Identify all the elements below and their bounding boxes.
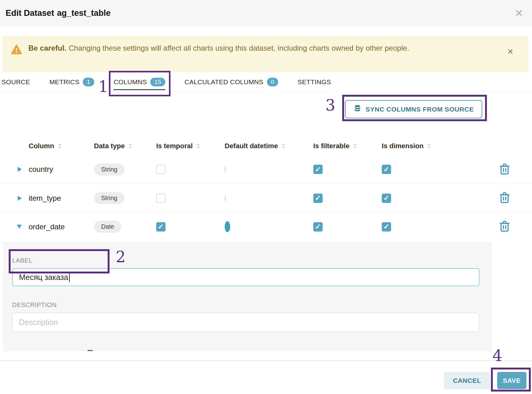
header-is-filterable: Is filterable <box>311 142 380 150</box>
expand-caret-icon[interactable] <box>18 196 22 201</box>
sort-icon[interactable] <box>58 144 62 149</box>
table-header-row: Column Data type Is temporal Default dat… <box>0 137 532 155</box>
is-filterable-checkbox[interactable] <box>313 194 323 203</box>
is-dimension-checkbox[interactable] <box>382 222 391 231</box>
default-datetime-radio[interactable] <box>225 221 230 232</box>
warning-bold: Be careful. <box>28 44 67 52</box>
trash-icon <box>498 201 511 205</box>
title-prefix: Edit Dataset <box>6 8 54 18</box>
banner-close-icon[interactable]: ✕ <box>507 48 513 72</box>
default-datetime-radio[interactable] <box>225 195 226 201</box>
text-cursor <box>69 272 70 282</box>
is-dimension-checkbox[interactable] <box>382 194 391 203</box>
save-button[interactable]: SAVE <box>497 372 526 389</box>
header-is-dimension: Is dimension <box>380 142 448 150</box>
tab-label: SOURCE <box>2 78 30 86</box>
warning-body: Changing these settings will affect all … <box>67 44 409 52</box>
footer-divider <box>0 360 532 361</box>
sort-icon[interactable] <box>128 144 132 149</box>
close-icon[interactable]: ✕ <box>515 8 523 18</box>
tab-count-badge: 15 <box>150 78 165 86</box>
tab-count-badge: 0 <box>267 78 278 86</box>
header-is-temporal: Is temporal <box>154 142 222 150</box>
header-column: Column <box>26 142 92 150</box>
is-temporal-checkbox[interactable] <box>156 194 166 203</box>
table-row: item_type String <box>0 184 532 212</box>
warning-banner: Be careful. Changing these settings will… <box>2 36 528 72</box>
description-caption: DESCRIPTION <box>12 301 491 309</box>
label-input[interactable]: Месяц заказа <box>12 268 479 286</box>
tab-metrics[interactable]: METRICS 1 <box>49 72 94 92</box>
header-label: Data type <box>94 142 125 150</box>
warning-text: Be careful. Changing these settings will… <box>28 42 409 72</box>
trash-icon <box>498 172 511 177</box>
tab-label: COLUMNS <box>114 78 147 86</box>
annotation-number-4: 4 <box>492 347 502 365</box>
description-input[interactable] <box>12 313 479 332</box>
tab-settings[interactable]: SETTINGS <box>297 72 331 92</box>
sort-icon[interactable] <box>427 144 431 149</box>
delete-column-button[interactable] <box>498 219 511 234</box>
tab-label: SETTINGS <box>297 78 331 86</box>
column-name: order_date <box>26 222 92 231</box>
trash-icon <box>498 229 511 234</box>
tab-count-badge: 1 <box>83 78 94 86</box>
header-label: Column <box>29 142 54 150</box>
sync-columns-label: SYNC COLUMNS FROM SOURCE <box>366 106 474 113</box>
data-type-pill: String <box>94 163 124 176</box>
tab-calculated-columns[interactable]: CALCULATED COLUMNS 0 <box>184 72 278 92</box>
sync-columns-button[interactable]: SYNC COLUMNS FROM SOURCE <box>345 100 482 118</box>
modal-header: Edit Dataset ag_test_table ✕ <box>0 0 532 26</box>
is-filterable-checkbox[interactable] <box>313 165 323 174</box>
table-row: order_date Date <box>0 212 532 241</box>
expand-caret-icon[interactable] <box>18 167 22 172</box>
header-label: Is dimension <box>382 142 423 150</box>
column-name: country <box>26 165 92 174</box>
is-temporal-checkbox[interactable] <box>156 222 166 231</box>
warning-triangle-icon <box>11 44 22 72</box>
is-dimension-checkbox[interactable] <box>382 165 391 174</box>
dataset-name: ag_test_table <box>57 8 111 18</box>
tab-source[interactable]: SOURCE <box>2 72 30 92</box>
tab-label: METRICS <box>49 78 80 86</box>
is-temporal-checkbox[interactable] <box>156 165 166 174</box>
delete-column-button[interactable] <box>498 162 511 177</box>
header-data-type: Data type <box>92 142 154 150</box>
modal-footer: CANCEL SAVE <box>444 372 526 389</box>
sort-icon[interactable] <box>353 144 357 149</box>
label-caption: LABEL <box>12 257 491 264</box>
default-datetime-radio[interactable] <box>225 166 226 172</box>
page-title: Edit Dataset ag_test_table <box>6 8 111 18</box>
header-label: Is filterable <box>313 142 349 150</box>
is-filterable-checkbox[interactable] <box>313 222 323 231</box>
label-input-value: Месяц заказа <box>19 273 68 282</box>
data-type-pill: Date <box>94 221 121 233</box>
column-name: item_type <box>26 194 92 203</box>
delete-column-button[interactable] <box>498 191 511 205</box>
tab-bar: SOURCE METRICS 1 COLUMNS 15 CALCULATED C… <box>0 72 532 92</box>
cancel-button[interactable]: CANCEL <box>444 372 490 389</box>
sort-icon[interactable] <box>196 144 200 149</box>
column-detail-panel: LABEL Месяц заказа DESCRIPTION <box>3 242 492 351</box>
database-icon <box>353 104 362 114</box>
clipped-content-artifact <box>87 350 93 351</box>
sort-icon[interactable] <box>282 144 285 149</box>
header-label: Default datetime <box>225 142 278 150</box>
data-type-pill: String <box>94 192 124 204</box>
collapse-caret-icon[interactable] <box>17 225 22 229</box>
table-toolbar: SYNC COLUMNS FROM SOURCE <box>0 92 532 123</box>
tab-label: CALCULATED COLUMNS <box>184 78 264 86</box>
tab-columns[interactable]: COLUMNS 15 <box>114 72 165 92</box>
table-row: country String <box>0 155 532 184</box>
header-default-datetime: Default datetime <box>222 142 311 150</box>
header-label: Is temporal <box>156 142 193 150</box>
